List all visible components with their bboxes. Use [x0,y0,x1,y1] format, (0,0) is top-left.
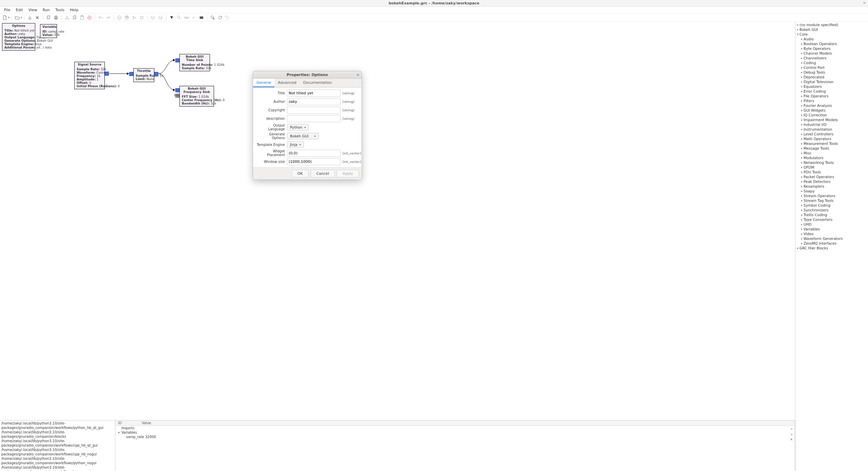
tab-documentation[interactable]: Documentation [300,79,335,87]
sidebar-item-core-child[interactable]: ▸Type Converters [795,217,868,222]
kill-icon[interactable] [138,14,145,21]
varlist-group-imports[interactable]: Imports [115,426,795,430]
open-file-icon[interactable] [14,14,21,21]
apply-button[interactable]: Apply [337,170,359,177]
port-in[interactable] [129,72,133,76]
block-time-sink[interactable]: Bokeh GUI Time Sink Number of Points: 1.… [179,54,210,71]
sidebar-item-core-child[interactable]: ▸Measurement Tools [795,141,868,146]
sidebar-item-core-child[interactable]: ▸Variables [795,227,868,231]
sidebar-item-core-child[interactable]: ▸Channel Models [795,51,868,56]
sidebar-item-core-child[interactable]: ▸Misc [795,151,868,155]
block-variable[interactable]: Variable ID: samp_rate Value: 32k [40,24,57,38]
tool-c-icon[interactable] [183,14,190,21]
sidebar-item-core-child[interactable]: ▸Impairment Models [795,117,868,122]
block-options[interactable]: Options Title: Not titled yet Author: za… [2,23,35,51]
block-library-sidebar[interactable]: ▸(no module specified) ▸Bokeh GUI ▾Core … [795,22,868,471]
tool-e-icon[interactable] [198,14,205,21]
reload-icon[interactable] [217,14,224,21]
execute-icon[interactable] [131,14,138,21]
sidebar-item-core-child[interactable]: ▸Audio [795,37,868,41]
new-file-icon[interactable] [1,14,8,21]
remove-variable-icon[interactable]: × [790,437,793,441]
sidebar-item-grc-hier[interactable]: ▸GRC Hier Blocks [795,246,868,250]
sidebar-item-bokeh-gui[interactable]: ▸Bokeh GUI [795,27,868,32]
widget-placement-input[interactable] [287,150,341,157]
sidebar-item-core-child[interactable]: ▸Error Coding [795,89,868,94]
block-throttle[interactable]: Throttle Sample Rate: 1k Limit: None [133,68,154,82]
sidebar-item-core-child[interactable]: ▸Resamplers [795,184,868,189]
sidebar-item-core-child[interactable]: ▸IQ Correction [795,113,868,117]
sidebar-item-core-child[interactable]: ▸File Operators [795,94,868,98]
description-input[interactable] [287,115,341,122]
menu-run[interactable]: Run [40,7,53,13]
sidebar-item-core-child[interactable]: ▸GUI Widgets [795,108,868,113]
copy-icon[interactable] [71,14,78,21]
block-freq-sink[interactable]: Bokeh GUI Frequency Sink FFT Size: 1.024… [179,86,214,107]
dialog-titlebar[interactable]: Properties: Options × [253,71,362,79]
sidebar-item-core-child[interactable]: ▸Math Operators [795,136,868,141]
sidebar-item-core-child[interactable]: ▸Fourier Analysis [795,103,868,108]
rotate-left-icon[interactable] [150,14,156,21]
sidebar-item-core-child[interactable]: ▸UHD [795,222,868,227]
sidebar-item-core-child[interactable]: ▸Equalizers [795,84,868,89]
rotate-right-icon[interactable] [157,14,164,21]
tool-b-icon[interactable] [176,14,182,21]
output-language-dropdown[interactable]: Python▾ [287,124,309,131]
sidebar-item-core-child[interactable]: ▸Message Tools [795,146,868,151]
window-size-input[interactable] [287,158,341,165]
sidebar-item-core-child[interactable]: ▸Byte Operators [795,46,868,51]
sidebar-item-core-child[interactable]: ▸Stream Tag Tools [795,198,868,203]
sidebar-item-core-child[interactable]: ▸Channelizers [795,56,868,60]
add-variable-icon[interactable]: ＋ [790,432,793,437]
sidebar-item-core-child[interactable]: ▸Industrial I/O [795,122,868,127]
sidebar-item-core-child[interactable]: ▸Soapy [795,189,868,193]
sidebar-item-core-child[interactable]: ▸Level Controllers [795,132,868,136]
flowgraph-canvas[interactable]: Options Title: Not titled yet Author: za… [0,22,795,420]
sidebar-item-core-child[interactable]: ▸Filters [795,98,868,103]
block-signal-source[interactable]: Signal Source Sample Rate: 32k Waveform:… [74,62,105,89]
menu-tools[interactable]: Tools [53,7,67,13]
template-engine-dropdown[interactable]: Jinja▾ [287,141,304,148]
sidebar-item-core-child[interactable]: ▸PDU Tools [795,170,868,174]
sidebar-item-core-child[interactable]: ▸Peak Detectors [795,179,868,184]
port-out[interactable] [154,72,158,76]
sidebar-item-core-child[interactable]: ▸OFDM [795,165,868,170]
dialog-close-icon[interactable]: × [356,73,360,77]
redo-icon[interactable] [105,14,112,21]
sidebar-item-core-child[interactable]: ▸Deprecated [795,75,868,79]
sidebar-item-core-child[interactable]: ▸Stream Operators [795,193,868,198]
sidebar-item-core-child[interactable]: ▸Networking Tools [795,160,868,165]
sidebar-item-core-child[interactable]: ▸Instrumentation [795,127,868,132]
sidebar-item-core-child[interactable]: ▸Control Port [795,65,868,70]
sidebar-item-core-child[interactable]: ▸Boolean Operators [795,41,868,46]
copy-page-icon[interactable] [45,14,52,21]
sidebar-item-core-child[interactable]: ▸Video [795,231,868,236]
paste-icon[interactable] [79,14,85,21]
menu-edit[interactable]: Edit [13,7,25,13]
cancel-button[interactable]: Cancel [311,170,335,177]
ok-button[interactable]: OK [292,170,309,177]
port-out[interactable] [105,72,109,76]
cut-icon[interactable] [64,14,71,21]
sidebar-item-core-child[interactable]: ▸Debug Tools [795,70,868,75]
sidebar-item-no-module[interactable]: ▸(no module specified) [795,22,868,27]
close-icon[interactable] [34,14,41,21]
print-icon[interactable] [53,14,59,21]
save-icon[interactable] [26,14,33,21]
sidebar-item-core-child[interactable]: ▸Waveform Generators [795,236,868,241]
menu-view[interactable]: View [26,7,40,13]
tab-advanced[interactable]: Advanced [274,79,300,87]
menu-help[interactable]: Help [67,7,81,13]
title-input[interactable] [287,90,341,97]
sidebar-item-core-child[interactable]: ▸Coding [795,60,868,65]
remove-icon[interactable] [116,14,123,21]
sidebar-item-core-child[interactable]: ▸Symbol Coding [795,203,868,208]
generate-icon[interactable] [123,14,130,21]
sidebar-item-core-child[interactable]: ▸ZeroMQ Interfaces [795,241,868,246]
new-dropdown-icon[interactable]: ▾ [8,16,9,19]
port-in[interactable] [175,88,179,92]
sidebar-item-core-child[interactable]: ▸Trellis Coding [795,212,868,217]
port-in[interactable] [175,58,179,62]
varlist-group-variables[interactable]: ▾Variables [115,430,795,435]
tool-d-icon[interactable] [191,14,197,21]
